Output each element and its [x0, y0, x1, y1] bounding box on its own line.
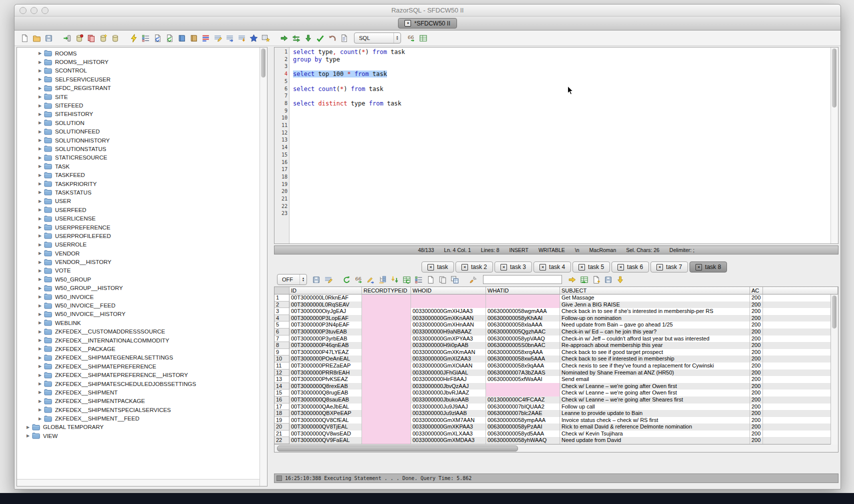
sync-table-icon[interactable]	[402, 275, 412, 284]
select-columns-icon[interactable]	[414, 275, 424, 284]
table-cell[interactable]: 00630000007A3bZAAS	[486, 370, 560, 376]
disclosure-triangle-icon[interactable]: ▶	[37, 268, 43, 273]
disclosure-triangle-icon[interactable]: ▶	[37, 399, 43, 404]
filter-results-icon[interactable]	[324, 275, 333, 284]
table-cell[interactable]: 00T3000000Q8rexEAB	[290, 383, 362, 390]
table-cell[interactable]: Leanne to provide update to Bain	[560, 410, 750, 417]
edit-sql-icon[interactable]	[340, 34, 349, 42]
table-cell[interactable]	[362, 308, 411, 315]
insert-row-icon[interactable]	[378, 275, 388, 284]
table-cell[interactable]	[362, 396, 411, 404]
table-cell[interactable]: Rick to email David & reference Delmonte…	[560, 424, 750, 430]
table-cell[interactable]: 200	[750, 294, 763, 302]
column-header-whoid[interactable]: WHOID	[411, 287, 486, 294]
tree-item-view[interactable]: ▶VIEW	[17, 432, 267, 440]
tree-item-zkfedex-shipment-feed[interactable]: ▶ZKFEDEX__SHIPMENT__FEED	[17, 414, 267, 422]
statement-type-select[interactable]: SQL ▲▼	[354, 32, 401, 44]
disclosure-triangle-icon[interactable]: ▶	[37, 199, 43, 204]
tree-item-zkfedex-internationalcommodity[interactable]: ▶ZKFEDEX__INTERNATIONALCOMMODITY	[17, 336, 267, 344]
table-cell[interactable]: Check-in w/ Jeff – couldn't afford last …	[560, 336, 750, 342]
table-cell[interactable]: 00T3000000Q8sauEAB	[290, 396, 362, 404]
tree-item-sitefeed[interactable]: ▶SITEFEED	[17, 101, 267, 110]
table-cell[interactable]: 00T3000000QBXPeEAP	[290, 410, 362, 417]
table-cell[interactable]: Get Massage	[560, 294, 750, 302]
highlight-icon[interactable]	[468, 275, 478, 284]
result-tab-task-3[interactable]: ✕task 3	[494, 262, 532, 272]
disclosure-triangle-icon[interactable]: ▶	[25, 425, 31, 430]
table-cell[interactable]: 0033000000GmXPYAA3	[411, 336, 486, 342]
disclosure-triangle-icon[interactable]: ▶	[37, 190, 43, 194]
table-cell[interactable]: 0033000000JbukoAAB	[411, 396, 486, 404]
book-icon[interactable]	[177, 34, 186, 42]
disclosure-triangle-icon[interactable]: ▶	[37, 130, 43, 134]
row-number-cell[interactable]: 18	[274, 410, 290, 417]
table-cell[interactable]: Need update from David	[560, 437, 750, 444]
table-cell[interactable]	[486, 390, 560, 396]
import-table-icon[interactable]	[580, 275, 589, 284]
table-vscroll-thumb[interactable]	[832, 296, 836, 328]
view-results-icon[interactable]: 66	[354, 275, 364, 284]
table-cell[interactable]: 0033000000JFhGlAAL	[411, 370, 486, 376]
fetch-more-icon[interactable]	[390, 275, 400, 284]
disclosure-triangle-icon[interactable]: ▶	[37, 294, 43, 299]
disclosure-triangle-icon[interactable]: ▶	[37, 68, 43, 73]
execute-lightning-icon[interactable]	[129, 34, 138, 42]
table-cell[interactable]: Send email	[560, 376, 750, 383]
tree-item-w50-invoice-history[interactable]: ▶W50_INVOICE__HISTORY	[17, 310, 267, 318]
table-cell[interactable]: 006300000058xrqAAA	[486, 349, 560, 356]
table-cell[interactable]: 006300000058ypVAAQ	[486, 336, 560, 342]
disclosure-triangle-icon[interactable]: ▶	[37, 260, 43, 264]
disclosure-triangle-icon[interactable]: ▶	[37, 416, 43, 421]
close-result-tab-icon[interactable]: ✕	[428, 264, 434, 270]
table-cell[interactable]: 200	[750, 349, 763, 356]
tree-item-sitehistory[interactable]: ▶SITEHISTORY	[17, 110, 267, 118]
disclosure-triangle-icon[interactable]: ▶	[37, 104, 43, 108]
table-cell[interactable]	[362, 322, 411, 328]
format-sql-icon[interactable]: 66	[406, 34, 416, 42]
disclosure-triangle-icon[interactable]: ▶	[37, 60, 43, 64]
table-cell[interactable]: 200	[750, 302, 763, 308]
tree-horizontal-scrollbar[interactable]	[17, 479, 260, 486]
table-cell[interactable]: 200	[750, 417, 763, 424]
table-cell[interactable]: 00T3000000POeAnEAL	[290, 356, 362, 362]
table-cell[interactable]: Check w/ Kevin Tsujihara	[560, 430, 750, 438]
close-result-tab-icon[interactable]: ✕	[618, 264, 624, 270]
table-row[interactable]: 1700T3000000QAeJbEAL0033000000Ju9J9AAJ00…	[274, 404, 838, 410]
tree-item-taskstatus[interactable]: ▶TASKSTATUS	[17, 188, 267, 196]
table-cell[interactable]	[362, 410, 411, 417]
disclosure-triangle-icon[interactable]: ▶	[37, 77, 43, 82]
table-data-icon[interactable]	[201, 34, 210, 42]
table-row[interactable]: 1100T3000000PREZaEAP0033000000GmXOiAAN00…	[274, 362, 838, 370]
table-cell[interactable]: 006300000058xlaAAA	[486, 322, 560, 328]
table-cell[interactable]: Check nexis to see if they've found a re…	[560, 362, 750, 370]
disclosure-triangle-icon[interactable]: ▶	[37, 373, 43, 378]
tree-item-user[interactable]: ▶USER	[17, 197, 267, 206]
table-row[interactable]: 2100T3000000QV8wsEAD0033000000GmXLXAA300…	[274, 430, 838, 438]
table-row[interactable]: 1200T3000000PRR8rEAH0033000000JFhGlAAL00…	[274, 370, 838, 376]
disclosure-triangle-icon[interactable]: ▶	[37, 312, 43, 316]
new-document-icon[interactable]	[20, 34, 30, 42]
table-cell[interactable]: 200	[750, 424, 763, 430]
row-number-cell[interactable]: 4	[274, 315, 290, 322]
table-cell[interactable]: 00T3000000P3yrbEAB	[290, 336, 362, 342]
disclosure-triangle-icon[interactable]: ▶	[37, 120, 43, 125]
tree-item-taskpriority[interactable]: ▶TASKPRIORITY	[17, 180, 267, 188]
row-number-cell[interactable]: 1	[274, 294, 290, 302]
table-cell[interactable]: Follow up call	[560, 404, 750, 410]
table-cell[interactable]: 200	[750, 308, 763, 315]
table-cell[interactable]: Check back to see if good target prospec…	[560, 349, 750, 356]
disclosure-triangle-icon[interactable]: ▶	[37, 330, 43, 334]
connection-tab[interactable]: ✕ *SFDCW50 II	[398, 18, 456, 28]
row-number-cell[interactable]: 5	[274, 322, 290, 328]
tree-item-vote[interactable]: ▶VOTE	[17, 266, 267, 275]
table-cell[interactable]: 200	[750, 430, 763, 438]
row-number-cell[interactable]: 12	[274, 370, 290, 376]
filter-data-icon[interactable]	[237, 34, 246, 42]
disclosure-triangle-icon[interactable]: ▶	[37, 304, 43, 308]
column-header-id[interactable]: ID	[290, 287, 362, 294]
table-cell[interactable]	[411, 294, 486, 302]
table-cell[interactable]: 006300000058wgmAAA	[486, 308, 560, 315]
column-header-subject[interactable]: SUBJECT	[560, 287, 750, 294]
export-document-icon[interactable]	[153, 34, 162, 42]
table-cell[interactable]: 00630000005xfWaAAI	[486, 376, 560, 383]
